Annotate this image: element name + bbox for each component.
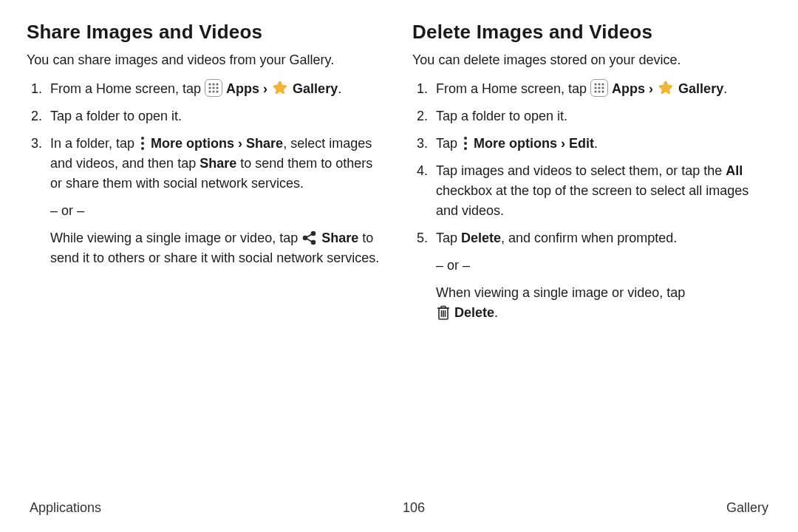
- intro-delete: You can delete images stored on your dev…: [412, 51, 771, 69]
- svg-point-23: [594, 91, 596, 93]
- more-label: More options: [151, 136, 234, 151]
- svg-point-22: [601, 87, 604, 89]
- gallery-label: Gallery: [293, 81, 338, 96]
- all-bold: All: [726, 163, 743, 178]
- edit-path: › Edit: [557, 136, 594, 151]
- share-step-1: From a Home screen, tap Apps ›: [46, 79, 386, 99]
- share-step-2: Tap a folder to open it.: [46, 106, 386, 126]
- page-footer: Applications 106 Gallery: [27, 500, 771, 532]
- svg-point-27: [464, 142, 467, 145]
- delete-step-5: Tap Delete, and confirm when prompted. –…: [432, 228, 771, 323]
- share-step-3: In a folder, tap More options › Share, s…: [46, 134, 386, 268]
- text: checkbox at the top of the screen to sel…: [436, 183, 748, 218]
- text: Tap: [436, 136, 461, 151]
- gallery-icon: [271, 80, 289, 98]
- footer-chapter: Gallery: [726, 500, 768, 516]
- svg-point-10: [141, 142, 144, 145]
- text: Tap images and videos to select them, or…: [436, 163, 726, 178]
- share-bold2: Share: [321, 231, 358, 245]
- more-label: More options: [474, 136, 557, 151]
- steps-delete: From a Home screen, tap Apps ›: [412, 79, 771, 323]
- svg-point-2: [216, 83, 218, 86]
- svg-point-6: [208, 91, 211, 93]
- text: Tap: [436, 231, 461, 245]
- apps-label: Apps: [612, 81, 645, 96]
- svg-point-4: [212, 87, 214, 89]
- text: From a Home screen, tap: [436, 81, 590, 96]
- svg-point-0: [208, 83, 211, 86]
- share-bold: Share: [200, 156, 236, 171]
- apps-label: Apps: [226, 81, 259, 96]
- more-options-icon: [138, 136, 147, 151]
- or-separator: – or –: [436, 256, 771, 276]
- chevron: ›: [645, 81, 657, 96]
- period: .: [494, 305, 498, 320]
- delete-bold2: Delete: [454, 305, 494, 320]
- delete-alt: When viewing a single image or video, ta…: [436, 283, 771, 323]
- svg-point-19: [601, 83, 604, 86]
- text: In a folder, tap: [50, 136, 138, 151]
- svg-point-9: [141, 137, 144, 140]
- delete-step-4: Tap images and videos to select them, or…: [432, 161, 771, 221]
- footer-section: Applications: [30, 500, 101, 516]
- svg-point-7: [212, 91, 214, 93]
- intro-share: You can share images and videos from you…: [27, 51, 386, 69]
- col-share: Share Images and Videos You can share im…: [27, 21, 386, 500]
- manual-page: Share Images and Videos You can share im…: [0, 0, 798, 532]
- svg-point-3: [208, 87, 211, 89]
- delete-step-2: Tap a folder to open it.: [432, 106, 771, 126]
- text: From a Home screen, tap: [50, 81, 205, 96]
- share-path: › Share: [234, 136, 283, 151]
- svg-point-21: [598, 87, 600, 89]
- svg-point-11: [141, 147, 144, 150]
- col-delete: Delete Images and Videos You can delete …: [412, 21, 771, 500]
- period: .: [338, 81, 341, 96]
- chevron: ›: [259, 81, 271, 96]
- steps-share: From a Home screen, tap Apps ›: [27, 79, 386, 268]
- period: .: [594, 136, 598, 151]
- svg-line-15: [307, 234, 312, 237]
- apps-icon: [590, 79, 608, 97]
- svg-point-18: [598, 83, 600, 86]
- text: , and confirm when prompted.: [501, 231, 677, 245]
- svg-point-20: [594, 87, 596, 89]
- text: When viewing a single image or video, ta…: [436, 285, 685, 300]
- svg-point-24: [598, 91, 600, 93]
- delete-step-1: From a Home screen, tap Apps ›: [432, 79, 771, 99]
- share-alt: While viewing a single image or video, t…: [50, 228, 386, 268]
- delete-icon: [436, 304, 451, 321]
- svg-point-5: [216, 87, 218, 89]
- footer-page-number: 106: [403, 500, 425, 516]
- delete-bold: Delete: [461, 231, 501, 245]
- svg-point-26: [464, 137, 467, 140]
- heading-delete: Delete Images and Videos: [412, 21, 771, 44]
- svg-point-8: [216, 91, 218, 93]
- more-options-icon: [461, 136, 470, 151]
- heading-share: Share Images and Videos: [27, 21, 386, 44]
- columns: Share Images and Videos You can share im…: [27, 21, 771, 500]
- apps-icon: [205, 79, 222, 97]
- svg-point-1: [212, 83, 214, 86]
- gallery-icon: [657, 80, 675, 98]
- share-icon: [301, 230, 318, 246]
- svg-point-25: [601, 91, 604, 93]
- svg-point-17: [594, 83, 596, 86]
- svg-line-16: [307, 239, 312, 242]
- period: .: [723, 81, 727, 96]
- gallery-label: Gallery: [678, 81, 723, 96]
- svg-point-28: [464, 147, 467, 150]
- text: While viewing a single image or video, t…: [50, 231, 301, 245]
- or-separator: – or –: [50, 201, 386, 221]
- delete-step-3: Tap More options › Edit.: [432, 134, 771, 154]
